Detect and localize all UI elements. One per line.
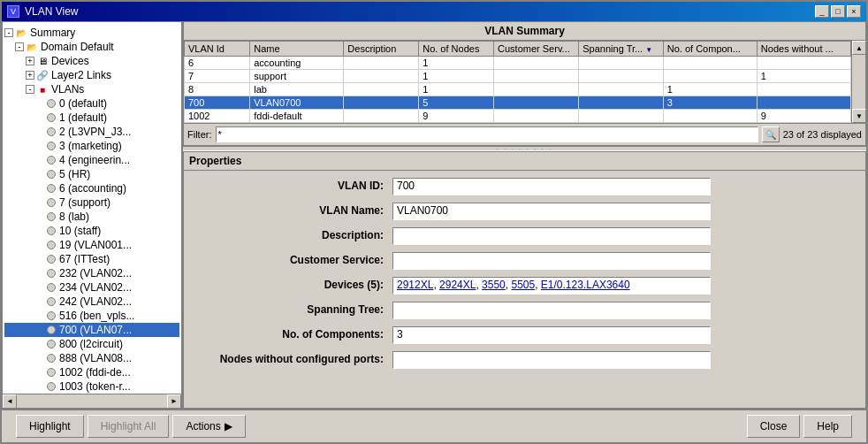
tree-label-vlan-7: 7 (support) — [59, 196, 110, 209]
cell-spanning — [579, 70, 663, 83]
vlan-circle-icon-6 — [47, 184, 56, 193]
tree-view[interactable]: - 📂 Summary - 📂 Domain Default + 🖥 Devic… — [3, 22, 181, 394]
cell-name: lab — [250, 83, 344, 96]
actions-label: Actions — [186, 420, 220, 433]
scroll-right-button[interactable]: ► — [167, 394, 181, 409]
tree-item-vlan-5[interactable]: 5 (HR) — [4, 167, 179, 181]
device-link-5505[interactable]: 5505 — [511, 279, 535, 291]
table-scroll-down[interactable]: ▼ — [852, 109, 866, 123]
expand-vlans[interactable]: - — [26, 85, 34, 94]
expand-devices[interactable]: + — [26, 57, 34, 65]
prop-value-description — [392, 227, 711, 245]
device-link-3550[interactable]: 3550 — [482, 279, 506, 291]
tree-item-vlan-1002[interactable]: 1002 (fddi-de... — [4, 365, 179, 379]
tree-item-devices[interactable]: + 🖥 Devices — [4, 54, 179, 68]
tree-item-vlan-19[interactable]: 19 (VLAN001... — [4, 238, 179, 252]
col-name[interactable]: Name — [250, 42, 344, 57]
scroll-left-button[interactable]: ◄ — [3, 394, 17, 409]
tree-item-vlan-232[interactable]: 232 (VLAN02... — [4, 266, 179, 280]
vlan-circle-icon-10 — [47, 226, 56, 235]
expand-summary[interactable]: - — [4, 28, 13, 37]
table-row[interactable]: 6 accounting 1 — [185, 57, 851, 70]
tree-item-summary[interactable]: - 📂 Summary — [4, 26, 179, 40]
prop-row-description: Description: — [198, 227, 851, 245]
tree-label-vlan-516: 516 (ben_vpls... — [59, 310, 134, 322]
vlan-circle-icon-67 — [47, 255, 56, 264]
tree-label-summary: Summary — [30, 27, 75, 39]
tree-item-domain-default[interactable]: - 📂 Domain Default — [4, 40, 179, 54]
col-vlan-id[interactable]: VLAN Id — [185, 42, 250, 57]
table-scroll-track[interactable] — [852, 55, 865, 109]
tree-item-vlan-7[interactable]: 7 (support) — [4, 195, 179, 210]
expand-layer2[interactable]: + — [26, 71, 34, 80]
title-bar-buttons: _ □ × — [815, 5, 861, 18]
col-spanning-tr[interactable]: Spanning Tr... ▼ — [579, 42, 663, 57]
cell-nodes-without — [757, 57, 850, 70]
cell-nodes: 1 — [419, 57, 494, 70]
tree-label-devices: Devices — [51, 55, 89, 67]
device-link-e1[interactable]: E1/0.123.LAX3640 — [541, 279, 630, 291]
minimize-button[interactable]: _ — [815, 5, 829, 18]
tree-item-vlan-700[interactable]: 700 (VLAN07... — [4, 323, 179, 337]
cell-cust-serv — [494, 83, 579, 96]
close-title-button[interactable]: × — [847, 5, 861, 18]
prop-row-devices: Devices (5): 2912XL, 2924XL, 3550, 5505,… — [198, 277, 851, 295]
actions-button[interactable]: Actions ▶ — [172, 415, 245, 438]
tree-item-vlan-234[interactable]: 234 (VLAN02... — [4, 280, 179, 295]
tree-item-layer2-links[interactable]: + 🔗 Layer2 Links — [4, 68, 179, 82]
table-row[interactable]: 1002 fddi-default 9 9 — [185, 110, 851, 123]
expand-domain-default[interactable]: - — [15, 42, 24, 51]
vlans-icon: ■ — [36, 83, 49, 96]
prop-label-no-of-components: No. of Components: — [198, 326, 392, 341]
col-no-of-nodes[interactable]: No. of Nodes — [419, 42, 494, 57]
col-nodes-without[interactable]: Nodes without ... — [757, 42, 850, 57]
filter-count: 23 of 23 displayed — [783, 129, 862, 140]
tree-item-vlan-3[interactable]: 3 (marketing) — [4, 139, 179, 153]
col-no-of-comp[interactable]: No. of Compon... — [663, 42, 757, 57]
table-row[interactable]: 7 support 1 1 — [185, 70, 851, 83]
device-link-2924xl[interactable]: 2924XL — [439, 279, 476, 291]
prop-label-customer-service: Customer Service: — [198, 252, 392, 266]
cell-vlan-id: 7 — [185, 70, 250, 83]
tree-item-vlan-242[interactable]: 242 (VLAN02... — [4, 295, 179, 309]
tree-item-vlan-10[interactable]: 10 (staff) — [4, 224, 179, 238]
layer2-icon: 🔗 — [36, 69, 49, 81]
prop-text-no-of-components: 3 — [397, 328, 403, 341]
tree-label-vlan-888: 888 (VLAN08... — [59, 352, 132, 364]
tree-item-vlan-1[interactable]: 1 (default) — [4, 111, 179, 125]
prop-value-spanning-tree — [392, 302, 711, 319]
filter-search-button[interactable]: 🔍 — [762, 126, 780, 142]
tree-item-vlan-800[interactable]: 800 (l2circuit) — [4, 337, 179, 351]
table-scroll-up[interactable]: ▲ — [852, 41, 866, 55]
tree-item-vlan-6[interactable]: 6 (accounting) — [4, 181, 179, 195]
cell-nodes-without: 1 — [757, 70, 850, 83]
cell-description — [344, 57, 419, 70]
tree-item-vlan-2[interactable]: 2 (L3VPN_J3... — [4, 125, 179, 139]
tree-item-vlan-4[interactable]: 4 (engineerin... — [4, 153, 179, 167]
device-link-2912xl[interactable]: 2912XL — [397, 279, 433, 291]
tree-item-vlan-1003[interactable]: 1003 (token-r... — [4, 379, 179, 394]
vlan-circle-icon-234 — [47, 283, 56, 292]
tree-item-vlan-516[interactable]: 516 (ben_vpls... — [4, 309, 179, 323]
table-row[interactable]: 8 lab 1 1 — [185, 83, 851, 96]
tree-item-vlan-888[interactable]: 888 (VLAN08... — [4, 351, 179, 365]
right-panel: VLAN Summary VLAN Id Name Description No… — [183, 21, 866, 409]
tree-item-vlans[interactable]: - ■ VLANs — [4, 82, 179, 96]
tree-label-vlan-1002: 1002 (fddi-de... — [59, 366, 131, 379]
col-customer-serv[interactable]: Customer Serv... — [494, 42, 579, 57]
close-button[interactable]: Close — [747, 415, 801, 438]
tree-item-vlan-8[interactable]: 8 (lab) — [4, 210, 179, 224]
maximize-button[interactable]: □ — [831, 5, 845, 18]
help-button[interactable]: Help — [803, 415, 852, 438]
tree-horizontal-scrollbar[interactable]: ◄ ► — [3, 394, 181, 408]
highlight-button[interactable]: Highlight — [16, 415, 84, 438]
cell-cust-serv — [494, 57, 579, 70]
tree-item-vlan-0[interactable]: 0 (default) — [4, 96, 179, 111]
tree-item-vlan-67[interactable]: 67 (ITTest) — [4, 252, 179, 266]
table-row-selected[interactable]: 700 VLAN0700 5 3 — [185, 96, 851, 110]
highlight-all-button[interactable]: Highlight All — [88, 415, 170, 438]
filter-input[interactable] — [216, 126, 758, 142]
prop-label-nodes-without: Nodes without configured ports: — [198, 351, 392, 365]
vlan-circle-icon-2 — [47, 127, 56, 136]
col-description[interactable]: Description — [344, 42, 419, 57]
